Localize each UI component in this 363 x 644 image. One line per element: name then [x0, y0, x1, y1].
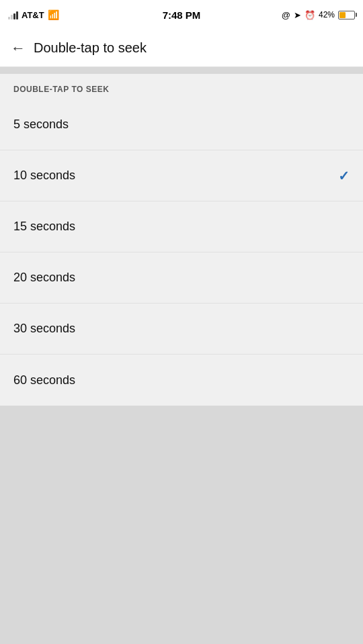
option-label: 20 seconds [13, 271, 75, 285]
option-label: 5 seconds [13, 118, 69, 132]
section-header: DOUBLE-TAP TO SEEK [0, 74, 363, 99]
option-list: 5 seconds10 seconds✓15 seconds20 seconds… [0, 99, 363, 406]
status-right: @ ➤ ⏰ 42% [282, 10, 355, 20]
list-item[interactable]: 20 seconds [0, 252, 363, 304]
option-label: 15 seconds [13, 220, 75, 234]
checkmark-icon: ✓ [338, 168, 350, 184]
list-item[interactable]: 30 seconds [0, 304, 363, 355]
battery-percent: 42% [319, 10, 335, 19]
battery-icon [338, 11, 355, 19]
list-item[interactable]: 5 seconds [0, 99, 363, 150]
status-left: AT&T 📶 [8, 9, 59, 20]
app-header: ← Double-tap to seek [0, 30, 363, 67]
option-label: 10 seconds [13, 169, 75, 183]
carrier-label: AT&T [22, 10, 44, 20]
option-label: 60 seconds [13, 373, 75, 387]
page-title: Double-tap to seek [34, 40, 147, 56]
location-icon: ➤ [294, 10, 301, 20]
signal-bars-icon [8, 10, 18, 19]
option-label: 30 seconds [13, 322, 75, 336]
battery-fill [339, 12, 346, 18]
content-area: DOUBLE-TAP TO SEEK 5 seconds10 seconds✓1… [0, 67, 363, 412]
list-item[interactable]: 15 seconds [0, 201, 363, 252]
alarm-icon: ⏰ [305, 10, 315, 20]
status-time: 7:48 PM [163, 9, 201, 21]
status-bar: AT&T 📶 7:48 PM @ ➤ ⏰ 42% [0, 0, 363, 30]
list-item[interactable]: 60 seconds [0, 355, 363, 406]
wifi-icon: 📶 [48, 9, 59, 20]
settings-card: DOUBLE-TAP TO SEEK 5 seconds10 seconds✓1… [0, 74, 363, 406]
at-icon: @ [282, 10, 290, 20]
back-button[interactable]: ← [11, 40, 26, 57]
list-item[interactable]: 10 seconds✓ [0, 150, 363, 201]
